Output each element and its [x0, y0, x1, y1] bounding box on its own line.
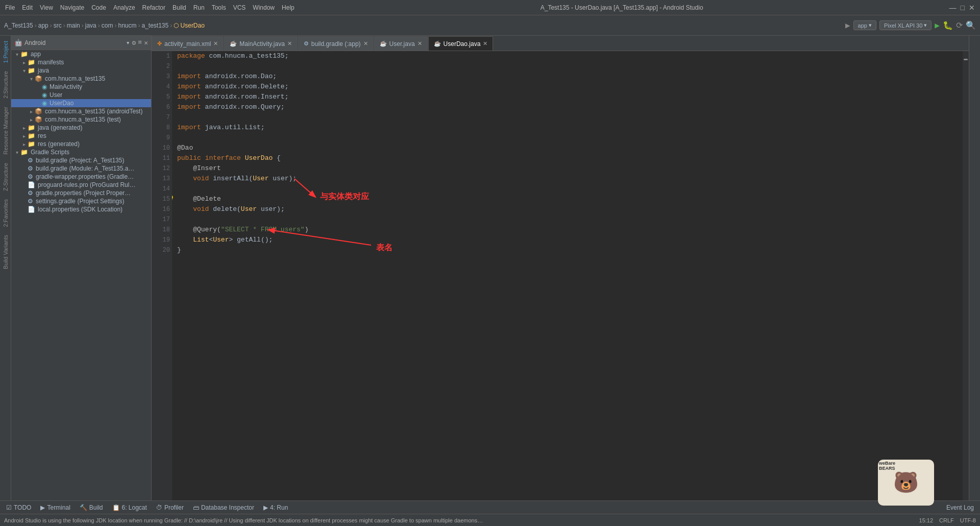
tree-item[interactable]: 📄proguard-rules.pro (ProGuard Rul…	[11, 181, 151, 189]
tab-close-button[interactable]: ✕	[418, 40, 422, 47]
tree-item[interactable]: ▾📁Gradle Scripts	[11, 148, 151, 156]
strip-resource-manager[interactable]: Resource Manager	[2, 103, 10, 159]
tree-icon: ⚙	[28, 173, 33, 180]
breadcrumb-com[interactable]: com	[102, 22, 113, 29]
app-selector[interactable]: app ▾	[853, 20, 876, 30]
terminal-label: Terminal	[47, 504, 70, 511]
database-inspector-button[interactable]: 🗃 Database Inspector	[190, 504, 257, 512]
project-settings-icon[interactable]: ⚙	[132, 39, 136, 47]
logcat-button[interactable]: 📋 6: Logcat	[109, 504, 150, 512]
line-number: 6	[154, 102, 170, 112]
menu-navigate[interactable]: Navigate	[60, 4, 84, 11]
close-button[interactable]: ✕	[969, 4, 975, 12]
tree-item[interactable]: ⚙build.gradle (Project: A_Test135)	[11, 156, 151, 164]
tree-item[interactable]: ▸📁manifests	[11, 58, 151, 66]
tree-item[interactable]: ⚙build.gradle (Module: A_Test135.a…	[11, 164, 151, 173]
search-button[interactable]: 🔍	[966, 20, 976, 31]
tree-item[interactable]: ▸📁res	[11, 132, 151, 140]
breadcrumb-userdao[interactable]: ⬡ UserDao	[174, 22, 205, 29]
menu-edit[interactable]: Edit	[22, 4, 33, 11]
tree-item[interactable]: ▸📁java (generated)	[11, 124, 151, 132]
strip-structure[interactable]: 2:Structure	[2, 67, 10, 103]
tree-icon: 📦	[35, 116, 42, 123]
terminal-button[interactable]: ▶ Terminal	[37, 504, 73, 512]
menu-help[interactable]: Help	[282, 4, 295, 11]
strip-project[interactable]: 1:Project	[2, 37, 10, 67]
bulb-icon[interactable]: 💡	[172, 194, 175, 204]
tab-close-button[interactable]: ✕	[483, 40, 487, 47]
tab-close-button[interactable]: ✕	[213, 40, 218, 47]
minimize-button[interactable]: —	[949, 4, 957, 12]
strip-z-structure[interactable]: Z-Structure	[2, 159, 10, 195]
tree-item[interactable]: ▸📦com.hnucm.a_test135 (androidTest)	[11, 107, 151, 115]
breadcrumb-src[interactable]: src	[54, 22, 62, 29]
menu-run[interactable]: Run	[193, 4, 205, 11]
run-config-icon[interactable]: ▶	[845, 20, 850, 31]
tree-item[interactable]: ⚙gradle.properties (Project Proper…	[11, 189, 151, 197]
line-number: 20	[154, 245, 170, 255]
sync-button[interactable]: ⟳	[956, 20, 963, 31]
tree-item[interactable]: ▾📁java	[11, 66, 151, 75]
run-tool-button[interactable]: ▶ 4: Run	[260, 504, 291, 512]
project-close-icon[interactable]: ✕	[144, 39, 148, 47]
run-button[interactable]: ▶	[935, 20, 940, 31]
run-tool-label: 4: Run	[270, 504, 288, 511]
breadcrumb-hnucm[interactable]: hnucm	[118, 22, 136, 29]
menu-analyze[interactable]: Analyze	[113, 4, 135, 11]
debug-button[interactable]: 🐛	[943, 20, 953, 31]
todo-button[interactable]: ☑ TODO	[3, 504, 34, 512]
tab-User-java[interactable]: ☕User.java✕	[374, 36, 428, 51]
line-ending: CRLF	[939, 517, 954, 523]
build-button[interactable]: 🔨 Build	[77, 504, 106, 512]
tree-item[interactable]: ▾📁app	[11, 50, 151, 58]
tree-item[interactable]: ▸📁res (generated)	[11, 140, 151, 148]
code-line: void delete(User user);	[177, 204, 969, 214]
tab-close-button[interactable]: ✕	[287, 40, 292, 47]
event-log-button[interactable]: Event Log	[943, 504, 977, 512]
menu-build[interactable]: Build	[173, 4, 186, 11]
menu-view[interactable]: View	[40, 4, 53, 11]
breadcrumb-project[interactable]: A_Test135	[4, 22, 33, 29]
build-label: Build	[89, 504, 103, 511]
device-selector[interactable]: Pixel XL API 30 ▾	[879, 20, 932, 30]
breadcrumb-java[interactable]: java	[85, 22, 96, 29]
tab-build-gradle--app-[interactable]: ⚙build.gradle (:app)✕	[298, 36, 374, 51]
tab-close-button[interactable]: ✕	[363, 40, 368, 47]
code-content[interactable]: 1234567891011121314151617181920 package …	[152, 51, 969, 500]
project-config-icon[interactable]: ≡	[138, 39, 142, 46]
menu-vcs[interactable]: VCS	[233, 4, 246, 11]
tree-item[interactable]: ◉UserDao	[11, 99, 151, 107]
profiler-label: Profiler	[164, 504, 184, 511]
breadcrumb-app[interactable]: app	[38, 22, 48, 29]
maximize-button[interactable]: □	[961, 4, 965, 12]
tree-item[interactable]: ◉User	[11, 91, 151, 99]
tree-item[interactable]: 📄local.properties (SDK Location)	[11, 205, 151, 213]
tree-item[interactable]: ◉MainActivity	[11, 83, 151, 91]
strip-build-variants[interactable]: Build Variants	[2, 231, 10, 273]
code-line	[177, 61, 969, 71]
tree-label: com.hnucm.a_test135 (test)	[44, 116, 121, 123]
tab-MainActivity-java[interactable]: ☕MainActivity.java✕	[224, 36, 297, 51]
tree-label: MainActivity	[48, 83, 82, 90]
strip-favorites[interactable]: 2:Favorites	[2, 195, 10, 231]
code-editor[interactable]: package com.hnucm.a_test135; import andr…	[172, 51, 969, 500]
menu-code[interactable]: Code	[91, 4, 106, 11]
breadcrumb-main[interactable]: main	[67, 22, 80, 29]
menu-tools[interactable]: Tools	[212, 4, 226, 11]
tree-item[interactable]: ▸📦com.hnucm.a_test135 (test)	[11, 115, 151, 124]
tree-item[interactable]: ⚙settings.gradle (Project Settings)	[11, 197, 151, 205]
profiler-button[interactable]: ⏱ Profiler	[153, 504, 187, 512]
tab-activity-main-xml[interactable]: ✤activity_main.xml✕	[152, 36, 224, 51]
menu-file[interactable]: File	[5, 4, 15, 11]
tree-arrow: ▸	[20, 133, 28, 139]
tree-item[interactable]: ⚙gradle-wrapper.properties (Gradle…	[11, 173, 151, 181]
tree-label: User	[48, 91, 62, 99]
menu-window[interactable]: Window	[253, 4, 275, 11]
project-tree: ▾📁app▸📁manifests▾📁java▾📦com.hnucm.a_test…	[11, 50, 151, 500]
breadcrumb-a-test135[interactable]: a_test135	[141, 22, 168, 29]
todo-label: TODO	[14, 504, 31, 511]
line-number: 8	[154, 123, 170, 133]
tab-UserDao-java[interactable]: ☕UserDao.java✕	[428, 36, 494, 51]
menu-refactor[interactable]: Refactor	[142, 4, 165, 11]
tree-item[interactable]: ▾📦com.hnucm.a_test135	[11, 75, 151, 83]
